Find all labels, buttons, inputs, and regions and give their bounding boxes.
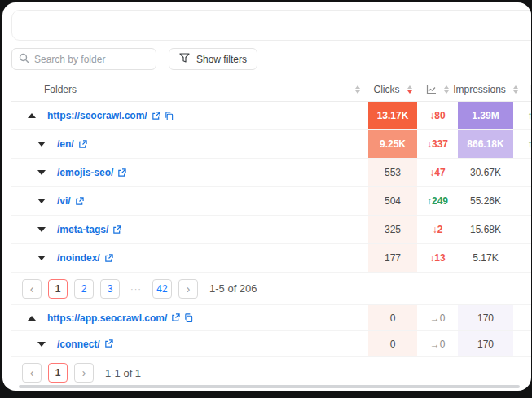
pagination-group-1: ‹ 1 2 3 ··· 42 › 1-5 of 206 (11, 273, 531, 305)
folder-path: /vi/ (57, 195, 71, 207)
folder-path: /meta-tags/ (57, 224, 108, 235)
clicks-trend-value: →0 (417, 331, 458, 356)
external-link-icon[interactable] (171, 313, 180, 322)
folders-header-label: Folders (44, 84, 77, 95)
expand-caret-icon[interactable] (37, 227, 46, 232)
expand-caret-icon[interactable] (37, 170, 46, 175)
pagination-range-label: 1-5 of 206 (209, 282, 257, 295)
sort-control-clicks-trend[interactable] (444, 85, 449, 94)
impressions-value: 170 (458, 331, 513, 356)
pagination-ellipsis[interactable]: ··· (126, 284, 146, 294)
folder-link[interactable]: https://app.seocrawl.com/ (47, 313, 193, 324)
page-button-1[interactable]: 1 (48, 279, 68, 299)
folder-path: /en/ (57, 138, 74, 150)
table-row: https://app.seocrawl.com/ 0 →0 170 ↑ (11, 305, 531, 331)
impressions-value: 5.17K (458, 244, 513, 272)
sort-control-clicks[interactable] (407, 85, 412, 94)
impressions-trend-value: ↑74 (513, 102, 531, 129)
collapse-caret-icon[interactable] (28, 113, 36, 118)
page-button-3[interactable]: 3 (100, 279, 120, 299)
expand-caret-icon[interactable] (37, 142, 46, 147)
impressions-header-label: Impressions (453, 84, 506, 95)
search-icon (19, 52, 29, 67)
copy-icon[interactable] (165, 112, 174, 120)
folder-link[interactable]: /emojis-seo/ (57, 167, 126, 178)
collapse-caret-icon[interactable] (28, 316, 36, 321)
page-button-1[interactable]: 1 (48, 363, 68, 383)
folder-search[interactable] (11, 48, 156, 70)
clicks-trend-value: ↑249 (417, 187, 458, 215)
folder-path: /emojis-seo/ (57, 167, 113, 178)
table-header-row: Folders Clicks Impressions (11, 77, 531, 102)
clicks-value: 9.25K (368, 130, 417, 158)
line-chart-icon (426, 85, 437, 94)
table-row: https://seocrawl.com/ 13.17K ↓80 1.39M ↑… (11, 102, 531, 130)
filter-funnel-icon (179, 53, 190, 65)
page-button-2[interactable]: 2 (74, 279, 94, 299)
table-row: /emojis-seo/ 553 ↓47 30.67K ↓8 (11, 159, 531, 187)
top-toolbar-panel (11, 10, 531, 41)
table-controls: Show filters (11, 48, 531, 70)
folder-link[interactable]: /vi/ (57, 195, 84, 207)
prev-page-button[interactable]: ‹ (22, 363, 42, 383)
folder-link[interactable]: /en/ (57, 138, 87, 150)
impressions-trend-value: ↑95 (513, 130, 531, 158)
folder-link[interactable]: https://seocrawl.com/ (47, 110, 174, 121)
column-header-impressions-trend[interactable] (513, 77, 531, 101)
folder-url: https://seocrawl.com/ (47, 110, 147, 121)
clicks-trend-value: →0 (417, 305, 458, 330)
impressions-value: 866.18K (458, 130, 513, 158)
clicks-trend-value: ↓337 (417, 130, 458, 158)
show-filters-button[interactable]: Show filters (169, 48, 257, 70)
expand-caret-icon[interactable] (37, 199, 46, 203)
folder-link[interactable]: /noindex/ (57, 252, 113, 264)
external-link-icon[interactable] (152, 112, 160, 120)
impressions-trend-value: ↑ (513, 305, 531, 330)
pagination-group-2: ‹ 1 › 1-1 of 1 (11, 357, 531, 388)
impressions-value: 15.68K (458, 216, 513, 243)
external-link-icon[interactable] (104, 254, 113, 263)
sort-control-folders[interactable] (355, 85, 360, 94)
main-panel: Show filters Folders Clicks Impressions (2, 2, 531, 391)
horizontal-scrollbar[interactable] (19, 385, 520, 388)
column-header-folders[interactable]: Folders (11, 77, 368, 101)
table-row: /vi/ 504 ↑249 55.26K ↑1 (11, 187, 531, 216)
external-link-icon[interactable] (112, 225, 121, 234)
impressions-value: 55.26K (458, 187, 513, 215)
external-link-icon[interactable] (104, 339, 113, 348)
expand-caret-icon[interactable] (37, 256, 46, 260)
external-link-icon[interactable] (78, 140, 87, 149)
search-input[interactable] (34, 54, 149, 65)
table-row: /noindex/ 177 ↓13 5.17K ↑ (11, 244, 531, 273)
external-link-icon[interactable] (75, 197, 84, 206)
clicks-trend-value: ↓13 (417, 244, 458, 272)
column-header-clicks[interactable]: Clicks (368, 77, 417, 101)
impressions-trend-value: ↑ (513, 331, 531, 356)
column-header-clicks-trend[interactable] (417, 77, 458, 101)
prev-page-button[interactable]: ‹ (22, 279, 42, 299)
line-chart-icon (530, 85, 532, 94)
impressions-trend-value: ↑ (513, 244, 531, 272)
impressions-trend-value: ↑1 (513, 187, 531, 215)
expand-caret-icon[interactable] (37, 342, 46, 347)
clicks-trend-value: ↓47 (417, 159, 458, 186)
impressions-trend-value: ↓8 (513, 159, 531, 186)
next-page-button[interactable]: › (74, 363, 94, 383)
clicks-value: 0 (368, 331, 417, 356)
table-row: /connect/ 0 →0 170 ↑ (11, 331, 531, 357)
column-header-impressions[interactable]: Impressions (458, 77, 513, 101)
folder-url: https://app.seocrawl.com/ (47, 313, 167, 324)
next-page-button[interactable]: › (178, 279, 198, 299)
folder-link[interactable]: /meta-tags/ (57, 224, 121, 235)
page-button-42[interactable]: 42 (152, 279, 172, 299)
folder-path: /noindex/ (57, 252, 100, 264)
clicks-trend-value: ↓80 (417, 102, 458, 129)
clicks-value: 504 (368, 187, 417, 215)
impressions-value: 1.39M (458, 102, 513, 129)
table-row: /en/ 9.25K ↓337 866.18K ↑95 (11, 130, 531, 159)
clicks-header-label: Clicks (374, 84, 400, 95)
folders-table: Folders Clicks Impressions (11, 77, 531, 388)
copy-icon[interactable] (184, 313, 193, 322)
external-link-icon[interactable] (117, 168, 126, 177)
folder-link[interactable]: /connect/ (57, 339, 113, 350)
